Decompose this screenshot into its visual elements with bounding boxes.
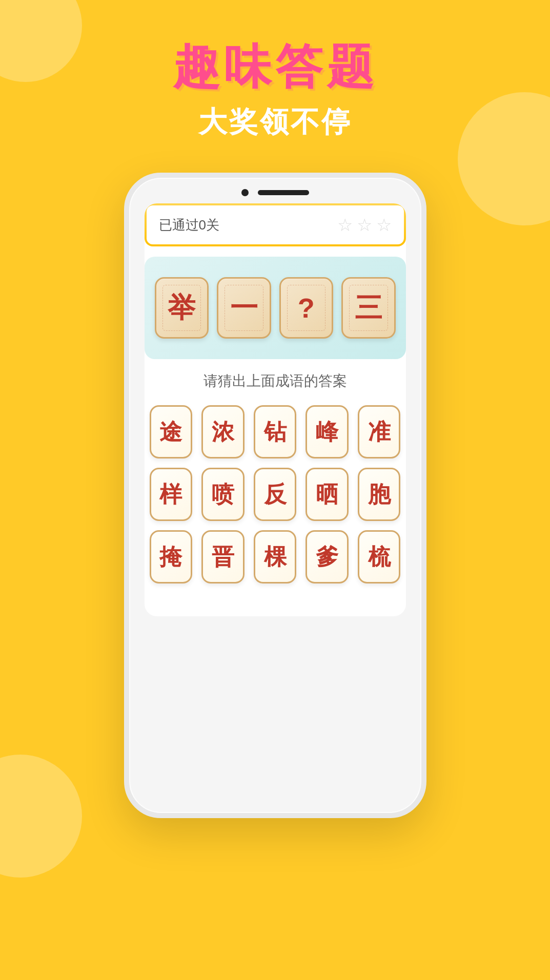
answer-tile-样[interactable]: 样 bbox=[150, 468, 193, 521]
puzzle-tile-4: 三 bbox=[341, 277, 396, 339]
stars-container: ☆ ☆ ☆ bbox=[337, 215, 392, 235]
answer-tile-棵[interactable]: 棵 bbox=[254, 530, 297, 583]
answer-tile-晋[interactable]: 晋 bbox=[201, 530, 245, 583]
puzzle-area: 举 一 ? 三 bbox=[145, 257, 406, 359]
star-2: ☆ bbox=[357, 215, 372, 235]
phone-camera-dot bbox=[241, 189, 249, 196]
phone-screen-content: 已通过0关 ☆ ☆ ☆ 举 一 ? 三 请猜出上面成语的答案 途 浓 bbox=[145, 203, 406, 616]
answer-tile-胞[interactable]: 胞 bbox=[358, 468, 401, 521]
answer-tile-浓[interactable]: 浓 bbox=[201, 405, 245, 458]
question-text: 请猜出上面成语的答案 bbox=[145, 359, 406, 397]
answer-tile-反[interactable]: 反 bbox=[254, 468, 297, 521]
answer-tile-准[interactable]: 准 bbox=[358, 405, 401, 458]
answer-tile-钻[interactable]: 钻 bbox=[254, 405, 297, 458]
phone-device: 已通过0关 ☆ ☆ ☆ 举 一 ? 三 请猜出上面成语的答案 途 浓 bbox=[124, 173, 426, 818]
progress-text: 已通过0关 bbox=[159, 216, 219, 234]
answer-tile-晒[interactable]: 晒 bbox=[305, 468, 349, 521]
answer-tile-途[interactable]: 途 bbox=[150, 405, 193, 458]
answer-row-2: 样 喷 反 晒 胞 bbox=[150, 468, 401, 521]
puzzle-tile-1: 举 bbox=[155, 277, 209, 339]
answer-row-3: 掩 晋 棵 爹 梳 bbox=[150, 530, 401, 583]
puzzle-tile-3: ? bbox=[279, 277, 334, 339]
phone-wrapper: 已通过0关 ☆ ☆ ☆ 举 一 ? 三 请猜出上面成语的答案 途 浓 bbox=[0, 173, 550, 818]
main-title: 趣味答题 bbox=[0, 41, 550, 93]
phone-speaker bbox=[258, 190, 309, 195]
progress-bar-wrapper: 已通过0关 ☆ ☆ ☆ bbox=[145, 203, 406, 246]
answer-grid: 途 浓 钻 峰 准 样 喷 反 晒 胞 掩 晋 棵 爹 bbox=[145, 397, 406, 601]
answer-tile-峰[interactable]: 峰 bbox=[305, 405, 349, 458]
star-1: ☆ bbox=[337, 215, 353, 235]
answer-tile-梳[interactable]: 梳 bbox=[358, 530, 401, 583]
progress-bar: 已通过0关 ☆ ☆ ☆ bbox=[147, 205, 404, 244]
answer-tile-喷[interactable]: 喷 bbox=[201, 468, 245, 521]
answer-tile-掩[interactable]: 掩 bbox=[150, 530, 193, 583]
header: 趣味答题 大奖领不停 bbox=[0, 0, 550, 142]
answer-tile-爹[interactable]: 爹 bbox=[305, 530, 349, 583]
phone-notch bbox=[129, 178, 421, 203]
puzzle-tile-2: 一 bbox=[217, 277, 271, 339]
star-3: ☆ bbox=[376, 215, 392, 235]
answer-row-1: 途 浓 钻 峰 准 bbox=[150, 405, 401, 458]
